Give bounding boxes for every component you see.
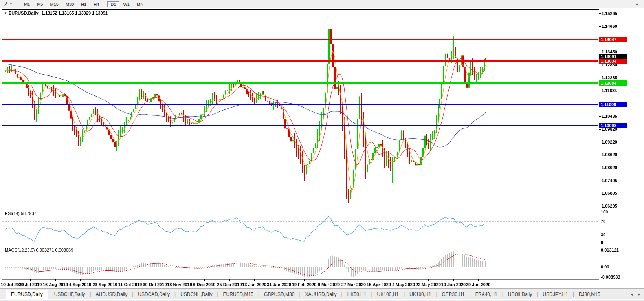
timeframe-toolbar: M1M5M15M30H1H4D1W1MN [20,0,151,7]
tab-separator: | [341,292,343,297]
toolbar-overflow-icon[interactable]: ▲ [635,2,638,5]
tab-separator: | [502,292,503,297]
chart-tabs-bar: EURUSD,DailyUSDCHF,Daily|AUDUSD,Daily|US… [0,288,644,299]
toolbar-separator [105,0,105,7]
tab-usdjpy-h1[interactable]: USDJPY,H1 [538,290,572,299]
tab-eurusd-m15[interactable]: EURUSD,M15 [219,290,258,299]
chart-ohlc-values: 1.13152 1.13165 1.13029 1.13091 [42,11,108,15]
tool-dropdown-icon[interactable]: ▼ [9,2,13,6]
tab-separator: | [436,292,437,297]
tab-dj30-m15[interactable]: DJ30,M15 [574,290,605,299]
tab-eurusd-daily[interactable]: EURUSD,Daily [6,290,48,299]
tab-usdcnh-daily[interactable]: USDCNH,Daily [176,290,217,299]
tabbar-grip [2,291,3,298]
macd-indicator-label: MACD(12,26,9) 0.003271 0.003069 [5,248,73,252]
tab-separator: | [132,292,133,297]
tab-separator: | [573,292,574,297]
tab-xauusd-daily[interactable]: XAUUSD,Daily [301,290,341,299]
status-strip [0,299,644,301]
tab-usoil-daily[interactable]: USOil,Daily [504,290,536,299]
crosshair-tool-icon[interactable] [3,1,9,7]
toolbar-grip [17,1,18,7]
chart-symbol-period: EURUSD,Daily [9,11,39,15]
tab-separator: | [174,292,176,297]
chart-menu-icon[interactable]: ▼ [4,11,7,15]
tab-gbpusd-m30[interactable]: GBPUSD,M30 [260,290,299,299]
timeframe-button-m30[interactable]: M30 [62,1,77,7]
tab-usdcad-daily[interactable]: USDCAD,Daily [134,290,174,299]
tab-fra40-h1[interactable]: FRA40,H1 [471,290,502,299]
chart-title: ▼EURUSD,Daily1.13152 1.13165 1.13029 1.1… [4,11,108,15]
tab-scroll-left-icon[interactable]: ◂ [631,292,633,296]
top-toolbar: ▼ M1M5M15M30H1H4D1W1MN ▲ [0,0,644,8]
tab-separator: | [299,292,300,297]
tab-separator: | [404,292,405,297]
tab-separator: | [90,292,91,297]
toolbar-separator [149,0,149,7]
tab-separator: | [258,292,259,297]
rsi-indicator-label: RSI(14) 58.7937 [5,211,37,216]
timeframe-button-d1[interactable]: D1 [107,1,119,7]
timeframe-button-m15[interactable]: M15 [47,1,61,7]
timeframe-button-h4[interactable]: H4 [90,1,102,7]
tab-uk100-h1[interactable]: UK100,H1 [405,290,435,299]
tab-separator: | [217,292,218,297]
tab-ger30-h1[interactable]: GER30,H1 [438,290,469,299]
tab-audusd-daily[interactable]: AUDUSD,Daily [92,290,132,299]
tab-hk50-h1[interactable]: HK50,H1 [343,290,371,299]
tab-separator: | [371,292,372,297]
timeframe-button-m5[interactable]: M5 [34,1,46,7]
tab-separator: | [537,292,538,297]
tab-separator: | [470,292,471,297]
tab-uk100-h1[interactable]: UK100,H1 [373,290,403,299]
price-chart-canvas[interactable] [0,8,644,288]
timeframe-button-h1[interactable]: H1 [78,1,90,7]
tab-usdchf-daily[interactable]: USDCHF,Daily [50,290,90,299]
tab-scroll-right-icon[interactable]: ▸ [638,292,640,296]
timeframe-button-m1[interactable]: M1 [21,1,33,7]
timeframe-button-mn[interactable]: MN [134,1,147,7]
chart-window: ▼EURUSD,Daily1.13152 1.13165 1.13029 1.1… [0,8,644,288]
timeframe-button-w1[interactable]: W1 [120,1,133,7]
